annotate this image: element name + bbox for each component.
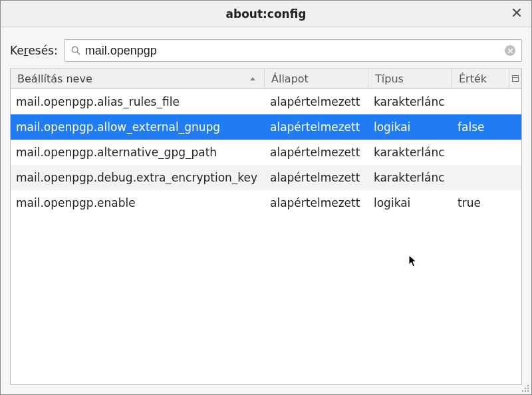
pref-row[interactable]: mail.openpgp.alias_rules_filealapértelme…	[11, 89, 521, 114]
sort-ascending-icon	[249, 76, 256, 82]
column-header-value[interactable]: Érték	[452, 69, 509, 88]
pref-status: alapértelmezett	[265, 146, 368, 159]
dialog-window: about:config Keresés:	[0, 0, 532, 395]
pref-name: mail.openpgp.alternative_gpg_path	[11, 146, 265, 159]
column-header-status[interactable]: Állapot	[265, 69, 368, 88]
column-header-name[interactable]: Beállítás neve	[11, 69, 265, 88]
pref-row[interactable]: mail.openpgp.alternative_gpg_pathalapért…	[11, 140, 521, 165]
close-button[interactable]	[507, 5, 526, 23]
clear-icon	[505, 45, 515, 56]
column-header-label: Állapot	[271, 72, 309, 85]
column-headers: Beállítás neve Állapot Típus Érték	[11, 69, 521, 89]
svg-point-6	[527, 388, 529, 389]
content-area: Keresés: Beállítás neve	[1, 27, 531, 394]
column-header-label: Érték	[459, 72, 487, 85]
pref-name: mail.openpgp.enable	[11, 196, 265, 209]
search-icon	[70, 45, 81, 56]
svg-point-5	[525, 390, 526, 392]
pref-status: alapértelmezett	[265, 196, 368, 209]
pref-name: mail.openpgp.alias_rules_file	[11, 95, 265, 108]
svg-point-9	[527, 385, 529, 386]
close-icon	[512, 8, 521, 20]
pref-type: karakterlánc	[368, 146, 452, 159]
svg-rect-2	[513, 76, 519, 82]
pref-value: false	[452, 120, 521, 134]
svg-point-4	[527, 390, 529, 392]
column-header-label: Beállítás neve	[17, 72, 92, 85]
resize-grip[interactable]	[519, 382, 530, 393]
search-label: Keresés:	[10, 44, 58, 57]
pref-type: karakterlánc	[368, 171, 452, 184]
pref-row[interactable]: mail.openpgp.allow_external_gnupgalapért…	[11, 114, 521, 140]
search-field	[65, 39, 522, 62]
pref-type: logikai	[368, 196, 452, 209]
search-row: Keresés:	[10, 39, 522, 62]
svg-line-1	[77, 52, 80, 55]
pref-value: true	[452, 196, 521, 209]
pref-type: logikai	[368, 120, 452, 134]
pref-status: alapértelmezett	[265, 171, 368, 184]
pref-row[interactable]: mail.openpgp.enablealapértelmezettlogika…	[11, 190, 521, 215]
clear-search-button[interactable]	[503, 43, 517, 58]
pref-type: karakterlánc	[368, 95, 452, 108]
column-picker-icon	[511, 72, 519, 85]
svg-point-7	[522, 390, 523, 392]
pref-status: alapértelmezett	[265, 120, 368, 134]
preferences-tree: Beállítás neve Állapot Típus Érték	[10, 68, 522, 385]
pref-name: mail.openpgp.debug.extra_encryption_key	[11, 171, 265, 184]
search-input[interactable]	[81, 41, 503, 61]
column-header-label: Típus	[375, 72, 404, 85]
window-title: about:config	[226, 7, 307, 21]
title-bar: about:config	[1, 1, 531, 27]
svg-point-8	[525, 388, 526, 389]
column-picker[interactable]	[509, 69, 521, 88]
pref-name: mail.openpgp.allow_external_gnupg	[11, 120, 265, 134]
pref-status: alapértelmezett	[265, 95, 368, 108]
pref-row[interactable]: mail.openpgp.debug.extra_encryption_keya…	[11, 165, 521, 190]
column-header-type[interactable]: Típus	[368, 69, 452, 88]
preferences-body[interactable]: mail.openpgp.alias_rules_filealapértelme…	[11, 89, 521, 384]
